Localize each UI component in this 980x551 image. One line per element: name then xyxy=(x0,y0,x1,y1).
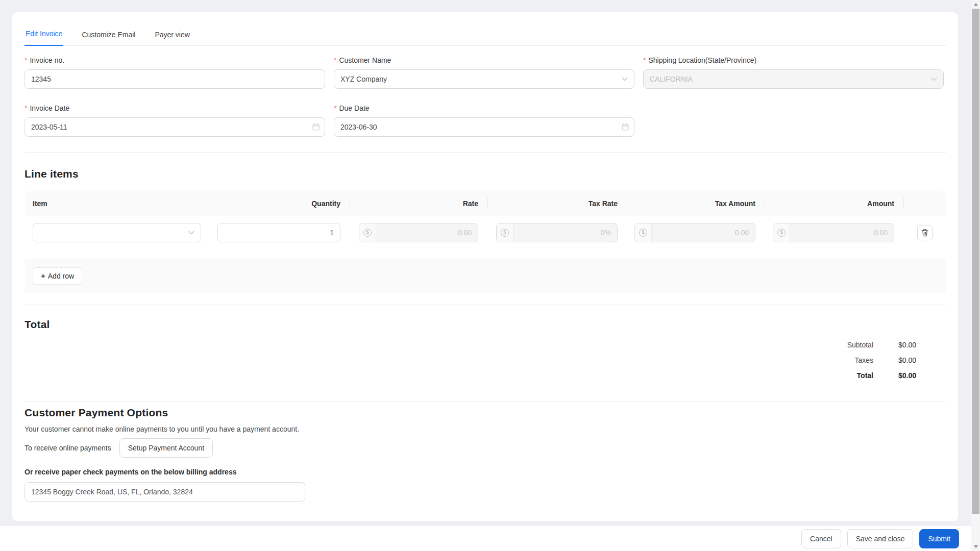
line-items-title: Line items xyxy=(24,168,946,180)
tax-rate-cell: $ xyxy=(488,223,627,242)
shipping-location-field: *Shipping Location(State/Province) CALIF… xyxy=(643,56,944,89)
receive-payments-text: To receive online payments xyxy=(24,444,111,452)
invoice-editor-card: Edit Invoice Customize Email Payer view … xyxy=(12,12,958,521)
amount-input xyxy=(790,223,894,242)
total-title: Total xyxy=(24,318,946,331)
rate-input xyxy=(376,223,478,242)
amount-input-group: $ xyxy=(773,223,894,242)
shipping-location-select: CALIFORNIA xyxy=(643,69,944,89)
footer-action-bar: Cancel Save and close Submit xyxy=(0,526,971,551)
line-item-row: $ $ $ $ xyxy=(24,216,946,259)
payment-options-title: Customer Payment Options xyxy=(24,407,946,419)
cancel-button[interactable]: Cancel xyxy=(801,529,841,548)
save-and-close-button[interactable]: Save and close xyxy=(847,529,914,548)
item-select[interactable] xyxy=(33,223,201,242)
quantity-input[interactable] xyxy=(217,223,340,242)
shipping-location-value: CALIFORNIA xyxy=(650,75,931,83)
invoice-date-field: *Invoice Date xyxy=(24,104,325,137)
taxes-value: $0.00 xyxy=(873,356,916,364)
required-mark: * xyxy=(24,104,27,112)
tab-bar: Edit Invoice Customize Email Payer view xyxy=(24,12,946,46)
payment-note: Your customer cannot make online payment… xyxy=(24,425,946,433)
required-mark: * xyxy=(24,56,27,64)
required-mark: * xyxy=(334,56,336,64)
tab-payer-view[interactable]: Payer view xyxy=(154,31,190,46)
tax-amount-input xyxy=(652,223,755,242)
invoice-no-input[interactable] xyxy=(24,69,325,89)
receive-payments-row: To receive online payments Setup Payment… xyxy=(24,438,946,458)
delete-row-button[interactable] xyxy=(917,225,933,240)
column-header-actions xyxy=(904,191,946,216)
dollar-circle-icon: $ xyxy=(497,223,513,242)
quantity-cell xyxy=(209,223,350,242)
add-row-button[interactable]: + Add row xyxy=(33,267,82,285)
due-date-field: *Due Date xyxy=(334,104,634,137)
column-header-tax-rate: Tax Rate xyxy=(488,191,627,216)
scroll-up-icon[interactable] xyxy=(971,0,980,9)
dollar-circle-icon: $ xyxy=(773,223,790,242)
column-header-amount: Amount xyxy=(765,191,904,216)
tax-rate-input-group: $ xyxy=(496,223,618,242)
plus-icon: + xyxy=(41,271,45,280)
setup-payment-account-button[interactable]: Setup Payment Account xyxy=(119,438,213,458)
taxes-label: Taxes xyxy=(854,356,873,364)
add-row-label: Add row xyxy=(48,272,74,280)
calendar-icon xyxy=(622,123,629,131)
tax-amount-cell: $ xyxy=(627,223,765,242)
line-items-header: Item Quantity Rate Tax Rate Tax Amount A… xyxy=(24,191,946,216)
dollar-circle-icon: $ xyxy=(635,223,652,242)
column-header-quantity: Quantity xyxy=(209,191,350,216)
customer-name-select[interactable]: XYZ Company xyxy=(334,69,634,89)
tab-edit-invoice[interactable]: Edit Invoice xyxy=(24,30,63,46)
trash-icon xyxy=(921,229,928,237)
total-row: Total $0.00 xyxy=(24,368,916,383)
form-row-1: *Invoice no. *Customer Name XYZ Company … xyxy=(24,56,946,89)
billing-address-input[interactable] xyxy=(24,482,305,502)
chevron-down-icon xyxy=(931,77,937,81)
paper-check-text: Or receive paper check payments on the b… xyxy=(24,468,946,476)
rate-cell: $ xyxy=(350,223,488,242)
amount-cell: $ xyxy=(765,223,904,242)
scroll-down-icon[interactable] xyxy=(971,542,980,551)
tax-amount-input-group: $ xyxy=(634,223,755,242)
scrollbar-thumb[interactable] xyxy=(972,9,979,514)
column-header-rate: Rate xyxy=(350,191,488,216)
chevron-down-icon xyxy=(622,77,628,81)
total-label: Total xyxy=(857,371,873,380)
row-actions-cell xyxy=(904,223,946,240)
calendar-icon xyxy=(312,123,320,131)
subtotal-value: $0.00 xyxy=(873,341,916,349)
section-divider xyxy=(24,152,946,153)
tax-rate-input xyxy=(513,223,617,242)
section-divider xyxy=(24,401,946,402)
form-row-2: *Invoice Date *Due Date xyxy=(24,104,946,137)
item-cell xyxy=(24,223,209,242)
section-divider xyxy=(24,305,946,305)
required-mark: * xyxy=(334,104,336,112)
invoice-no-label: *Invoice no. xyxy=(24,56,325,64)
due-date-label: *Due Date xyxy=(334,104,634,112)
submit-button[interactable]: Submit xyxy=(919,529,959,548)
due-date-input[interactable] xyxy=(334,117,634,137)
customer-name-label: *Customer Name xyxy=(334,56,634,64)
subtotal-label: Subtotal xyxy=(847,341,873,349)
dollar-circle-icon: $ xyxy=(359,223,376,242)
shipping-location-label: *Shipping Location(State/Province) xyxy=(643,56,944,64)
total-value: $0.00 xyxy=(873,371,916,380)
chevron-down-icon xyxy=(188,231,194,235)
invoice-date-label: *Invoice Date xyxy=(24,104,325,112)
customer-name-field: *Customer Name XYZ Company xyxy=(334,56,634,89)
scrollbar xyxy=(971,0,980,551)
column-header-tax-amount: Tax Amount xyxy=(627,191,765,216)
tab-customize-email[interactable]: Customize Email xyxy=(81,31,136,46)
column-header-item: Item xyxy=(24,191,209,216)
totals-summary: Subtotal $0.00 Taxes $0.00 Total $0.00 xyxy=(24,337,946,383)
invoice-date-input[interactable] xyxy=(24,117,325,137)
invoice-no-field: *Invoice no. xyxy=(24,56,325,89)
required-mark: * xyxy=(643,56,646,64)
taxes-row: Taxes $0.00 xyxy=(24,353,916,368)
rate-input-group: $ xyxy=(359,223,478,242)
spacer xyxy=(643,104,944,137)
line-items-footer: + Add row xyxy=(24,259,946,293)
customer-name-value: XYZ Company xyxy=(340,75,622,83)
